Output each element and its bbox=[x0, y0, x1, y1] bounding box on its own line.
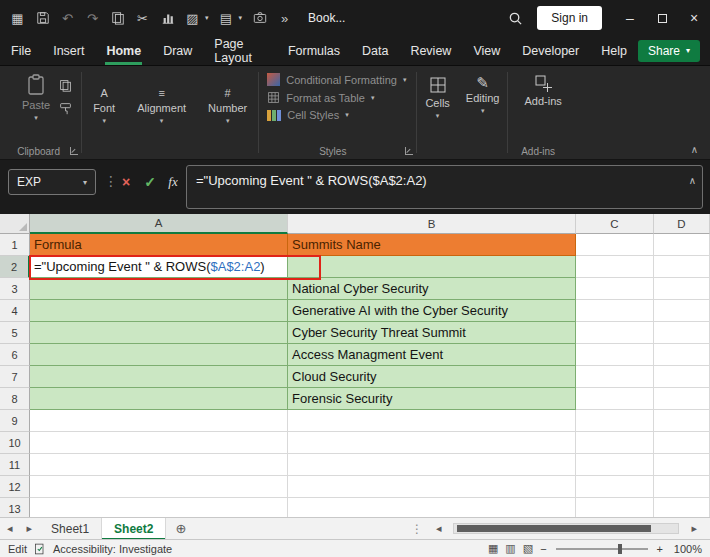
zoom-level[interactable]: 100% bbox=[670, 543, 702, 555]
row-header-12[interactable]: 12 bbox=[0, 476, 30, 498]
cell-c2[interactable] bbox=[576, 256, 654, 278]
cell-d12[interactable] bbox=[654, 476, 710, 498]
menu-review[interactable]: Review bbox=[399, 36, 462, 66]
cell-d6[interactable] bbox=[654, 344, 710, 366]
cell-b5[interactable]: Cyber Security Threat Summit bbox=[288, 322, 576, 344]
sign-in-button[interactable]: Sign in bbox=[537, 6, 602, 30]
conditional-formatting-button[interactable]: Conditional Formatting ▾ bbox=[267, 73, 406, 86]
camera-icon[interactable] bbox=[252, 11, 267, 26]
editing-button[interactable]: ✎ Editing ▾ bbox=[458, 72, 508, 159]
table-icon[interactable]: ▤ bbox=[219, 11, 234, 26]
font-group-button[interactable]: A Font ▾ bbox=[82, 66, 126, 159]
cell-d9[interactable] bbox=[654, 410, 710, 432]
cell-styles-button[interactable]: Cell Styles ▾ bbox=[267, 109, 406, 121]
zoom-out-button[interactable]: − bbox=[540, 543, 546, 555]
collapse-ribbon-icon[interactable]: ∧ bbox=[691, 144, 698, 155]
fill-color-icon[interactable]: ▨ bbox=[185, 11, 200, 26]
cell-b6[interactable]: Access Managment Event bbox=[288, 344, 576, 366]
row-header-3[interactable]: 3 bbox=[0, 278, 30, 300]
cell-b12[interactable] bbox=[288, 476, 576, 498]
cell-a5[interactable] bbox=[30, 322, 288, 344]
cell-d4[interactable] bbox=[654, 300, 710, 322]
menu-draw[interactable]: Draw bbox=[152, 36, 203, 66]
chevron-down-icon[interactable]: ▾ bbox=[239, 14, 243, 22]
row-header-10[interactable]: 10 bbox=[0, 432, 30, 454]
cell-c5[interactable] bbox=[576, 322, 654, 344]
zoom-slider-thumb[interactable] bbox=[618, 544, 622, 554]
styles-dialog-launcher-icon[interactable] bbox=[405, 147, 413, 155]
scroll-left-icon[interactable]: ◂ bbox=[429, 522, 449, 535]
column-header-b[interactable]: B bbox=[288, 214, 576, 234]
cell-d3[interactable] bbox=[654, 278, 710, 300]
scrollbar-thumb[interactable] bbox=[457, 525, 651, 532]
zoom-in-button[interactable]: + bbox=[657, 543, 663, 555]
menu-insert[interactable]: Insert bbox=[42, 36, 95, 66]
row-header-2[interactable]: 2 bbox=[0, 256, 30, 278]
format-as-table-button[interactable]: Format as Table ▾ bbox=[267, 91, 406, 104]
cancel-entry-button[interactable]: × bbox=[116, 172, 136, 192]
add-sheet-button[interactable]: ⊕ bbox=[175, 521, 186, 536]
previous-sheet-icon[interactable]: ◂ bbox=[0, 522, 20, 535]
cell-c7[interactable] bbox=[576, 366, 654, 388]
accessibility-status[interactable]: Accessibility: Investigate bbox=[53, 543, 172, 555]
cell-b10[interactable] bbox=[288, 432, 576, 454]
close-button[interactable]: × bbox=[678, 0, 710, 36]
app-menu-icon[interactable]: ▦ bbox=[10, 11, 25, 26]
horizontal-scrollbar[interactable]: ◂ ▸ bbox=[429, 522, 704, 535]
cell-a9[interactable] bbox=[30, 410, 288, 432]
share-button[interactable]: Share ▾ bbox=[638, 40, 700, 62]
alignment-group-button[interactable]: ≡ Alignment ▾ bbox=[126, 66, 197, 159]
cell-d1[interactable] bbox=[654, 234, 710, 256]
cell-d13[interactable] bbox=[654, 498, 710, 517]
cell-d8[interactable] bbox=[654, 388, 710, 410]
formula-bar-collapse-icon[interactable]: ∧ bbox=[689, 175, 696, 186]
cell-c11[interactable] bbox=[576, 454, 654, 476]
page-break-view-icon[interactable]: ▧ bbox=[523, 542, 533, 555]
copy-icon[interactable] bbox=[110, 11, 125, 26]
cell-b2[interactable] bbox=[288, 256, 576, 278]
cell-c13[interactable] bbox=[576, 498, 654, 517]
cell-a4[interactable] bbox=[30, 300, 288, 322]
column-header-d[interactable]: D bbox=[654, 214, 710, 234]
cell-a8[interactable] bbox=[30, 388, 288, 410]
menu-home[interactable]: Home bbox=[95, 36, 152, 66]
clipboard-dialog-launcher-icon[interactable] bbox=[70, 147, 78, 155]
row-header-13[interactable]: 13 bbox=[0, 498, 30, 517]
cell-b3[interactable]: National Cyber Security bbox=[288, 278, 576, 300]
menu-page-layout[interactable]: Page Layout bbox=[203, 36, 277, 66]
overflow-icon[interactable]: » bbox=[277, 11, 292, 26]
row-header-6[interactable]: 6 bbox=[0, 344, 30, 366]
cell-a1[interactable]: Formula bbox=[30, 234, 288, 256]
normal-view-icon[interactable]: ▦ bbox=[488, 542, 498, 555]
scroll-right-icon[interactable]: ▸ bbox=[684, 522, 704, 535]
menu-file[interactable]: File bbox=[0, 36, 42, 66]
cell-a2[interactable]: ="Upcoming Event " & ROWS($A$2:A2) bbox=[30, 256, 288, 278]
minimize-button[interactable]: – bbox=[614, 0, 646, 36]
page-layout-view-icon[interactable]: ▥ bbox=[505, 542, 515, 555]
search-icon[interactable] bbox=[508, 11, 523, 26]
menu-data[interactable]: Data bbox=[351, 36, 399, 66]
insert-function-button[interactable]: fx bbox=[163, 172, 183, 192]
formula-input[interactable]: ="Upcoming Event " & ROWS($A$2:A2) bbox=[186, 165, 703, 209]
splitter-dots-icon[interactable]: ⋮ bbox=[411, 522, 423, 536]
column-header-a[interactable]: A bbox=[30, 214, 288, 234]
cell-d5[interactable] bbox=[654, 322, 710, 344]
chevron-down-icon[interactable]: ▾ bbox=[83, 178, 87, 187]
row-header-9[interactable]: 9 bbox=[0, 410, 30, 432]
row-header-5[interactable]: 5 bbox=[0, 322, 30, 344]
cell-c8[interactable] bbox=[576, 388, 654, 410]
sheet-tab-sheet2[interactable]: Sheet2 bbox=[102, 518, 166, 540]
cell-c4[interactable] bbox=[576, 300, 654, 322]
number-group-button[interactable]: # Number ▾ bbox=[197, 66, 258, 159]
menu-help[interactable]: Help bbox=[590, 36, 638, 66]
cell-b13[interactable] bbox=[288, 498, 576, 517]
cell-a11[interactable] bbox=[30, 454, 288, 476]
cell-a10[interactable] bbox=[30, 432, 288, 454]
cell-d7[interactable] bbox=[654, 366, 710, 388]
cell-a13[interactable] bbox=[30, 498, 288, 517]
cell-c10[interactable] bbox=[576, 432, 654, 454]
cell-b1[interactable]: Summits Name bbox=[288, 234, 576, 256]
cell-c6[interactable] bbox=[576, 344, 654, 366]
cell-c9[interactable] bbox=[576, 410, 654, 432]
menu-formulas[interactable]: Formulas bbox=[277, 36, 351, 66]
